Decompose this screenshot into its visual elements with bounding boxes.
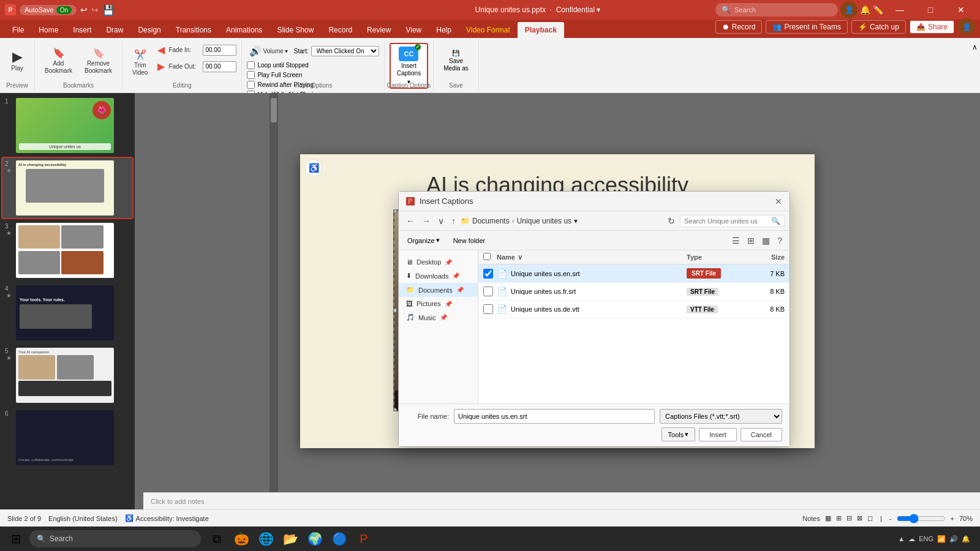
new-folder-btn[interactable]: New folder: [448, 236, 491, 246]
start-btn[interactable]: ⊞: [5, 528, 27, 550]
fade-in-input[interactable]: [203, 45, 236, 56]
handle-bl[interactable]: [393, 408, 397, 411]
remove-bookmark-btn[interactable]: 🔖 RemoveBookmark: [80, 45, 117, 77]
view-normal-icon[interactable]: ▦: [825, 514, 831, 522]
details-view-btn[interactable]: ▦: [760, 234, 772, 247]
save-media-btn[interactable]: 💾 SaveMedia as: [439, 47, 473, 75]
close-btn[interactable]: ✕: [947, 0, 975, 20]
trim-video-btn[interactable]: ✂️ TrimVideo: [127, 47, 153, 79]
filename-input[interactable]: [454, 409, 655, 424]
search-box-title[interactable]: 🔍 Search: [715, 3, 838, 17]
share-btn[interactable]: 📤 Share: [910, 20, 954, 34]
autosave-state[interactable]: On: [56, 6, 72, 14]
filetype-select[interactable]: Captions Files (*.vtt;*.srt) All Files (…: [660, 409, 782, 424]
tab-record[interactable]: Record: [321, 22, 360, 38]
taskbar-icon-edge[interactable]: 🔵: [328, 528, 350, 550]
view-reading-icon[interactable]: ⊠: [857, 514, 862, 522]
add-bookmark-btn[interactable]: 🔖 AddBookmark: [40, 45, 77, 77]
taskbar-icon-browser3[interactable]: 🌍: [304, 528, 326, 550]
network-icon[interactable]: ▲: [898, 535, 905, 542]
breadcrumb-dropdown-icon[interactable]: ▾: [574, 217, 578, 225]
list-view-btn[interactable]: ☰: [729, 234, 742, 247]
tab-review[interactable]: Review: [360, 22, 398, 38]
sidebar-pictures[interactable]: 🖼 Pictures 📌: [399, 297, 478, 310]
slide-thumb-1[interactable]: 1 Unique unites us 🌺: [2, 96, 132, 156]
slide-thumb-6[interactable]: 6 Create, collaborate, communicate: [2, 408, 132, 468]
tab-draw[interactable]: Draw: [99, 22, 130, 38]
file-checkbox-1[interactable]: [483, 269, 493, 279]
zoom-slider[interactable]: [897, 514, 946, 523]
dialog-search-box[interactable]: 🔍: [680, 215, 785, 227]
taskbar-icon-files[interactable]: 📂: [279, 528, 301, 550]
taskbar-icon-browser2[interactable]: 🌐: [255, 528, 277, 550]
slide-thumb-5[interactable]: 5 ★ Your AI companion: [2, 345, 132, 405]
confidential-dropdown[interactable]: ▾: [597, 6, 600, 14]
zoom-out-btn[interactable]: -: [889, 515, 892, 522]
file-checkbox-2[interactable]: [483, 287, 493, 296]
taskbar-search[interactable]: 🔍 Search: [29, 530, 201, 547]
minimize-btn[interactable]: —: [886, 0, 914, 20]
nav-refresh-btn[interactable]: ↻: [665, 215, 677, 227]
tab-file[interactable]: File: [5, 22, 31, 38]
zoom-in-btn[interactable]: +: [951, 515, 954, 522]
tab-design[interactable]: Design: [130, 22, 168, 38]
dialog-close-btn[interactable]: ✕: [775, 197, 782, 206]
user-avatar-ribbon[interactable]: 👤: [958, 18, 975, 36]
file-row-2[interactable]: 📄 Unique unites us.fr.srt SRT File 8 KB: [478, 283, 790, 301]
wifi-icon[interactable]: 📶: [937, 535, 946, 543]
tab-home[interactable]: Home: [31, 22, 66, 38]
scroll-bar-vertical[interactable]: [270, 93, 278, 492]
scroll-thumb-vertical[interactable]: [271, 98, 277, 122]
present-teams-btn[interactable]: 👥 Present in Teams: [766, 20, 848, 34]
loop-checkbox[interactable]: [247, 61, 255, 69]
sidebar-music[interactable]: 🎵 Music 📌: [399, 310, 478, 324]
autosave-pill[interactable]: AutoSave On: [20, 5, 77, 15]
col-name-sort[interactable]: ∨: [518, 253, 522, 261]
view-outline-icon[interactable]: ⊞: [836, 514, 842, 522]
tab-transitions[interactable]: Transitions: [168, 22, 219, 38]
redo-btn[interactable]: ↪: [91, 5, 99, 15]
tab-playback[interactable]: Playback: [518, 22, 564, 38]
record-action-btn[interactable]: ⏺ Record: [715, 20, 763, 34]
playfull-checkbox[interactable]: [247, 71, 255, 79]
grid-view-btn[interactable]: ⊞: [745, 234, 757, 247]
volume-taskbar-icon[interactable]: 🔊: [949, 535, 958, 543]
nav-back-btn[interactable]: ←: [404, 215, 417, 227]
accessibility-slide-btn[interactable]: ♿: [305, 159, 322, 176]
sidebar-desktop[interactable]: 🖥 Desktop 📌: [399, 255, 478, 269]
notes-bar[interactable]: Click to add notes: [143, 492, 980, 509]
nav-down-btn[interactable]: ∨: [435, 215, 447, 227]
volume-btn[interactable]: 🔊 Volume ▾: [247, 43, 290, 59]
notification-icon[interactable]: 🔔: [860, 5, 870, 15]
play-btn-ribbon[interactable]: ▶ Play: [5, 48, 29, 74]
file-checkbox-3[interactable]: [483, 304, 493, 314]
maximize-btn[interactable]: □: [916, 0, 944, 20]
cancel-btn[interactable]: Cancel: [741, 428, 782, 441]
view-presenter-icon[interactable]: ◻: [867, 514, 873, 522]
view-slide-sorter-icon[interactable]: ⊟: [846, 514, 852, 522]
save-btn[interactable]: 💾: [102, 4, 115, 16]
sidebar-documents[interactable]: 📁 Documents 📌: [399, 283, 478, 297]
tab-insert[interactable]: Insert: [66, 22, 99, 38]
lang-label[interactable]: ENG: [919, 535, 933, 542]
slide-thumb-4[interactable]: 4 ★ Your tools. Your rules.: [2, 283, 132, 343]
taskbar-icon-pumpkin[interactable]: 🎃: [230, 528, 252, 550]
dialog-search-input[interactable]: [684, 217, 769, 225]
tab-slideshow[interactable]: Slide Show: [270, 22, 321, 38]
file-row-3[interactable]: 📄 Unique unites us.de.vtt VTT File 8 KB: [478, 301, 790, 318]
tab-help[interactable]: Help: [429, 22, 459, 38]
accessibility-status[interactable]: ♿ Accessibility: Investigate: [125, 514, 209, 522]
nav-up-btn[interactable]: ↑: [449, 215, 458, 227]
tools-btn[interactable]: Tools ▾: [662, 427, 696, 441]
tab-view[interactable]: View: [398, 22, 429, 38]
select-all-checkbox[interactable]: [483, 253, 491, 260]
organize-btn[interactable]: Organize ▾: [404, 235, 443, 246]
help-view-btn[interactable]: ?: [775, 234, 785, 247]
taskview-btn[interactable]: ⧉: [206, 528, 228, 550]
slide-thumb-2[interactable]: 2 ★ AI is changing accessibility: [2, 158, 132, 218]
file-row-1[interactable]: 📄 Unique unites us.en.srt SRT File 7 KB: [478, 264, 790, 283]
start-select[interactable]: When Clicked On Automatically In Click S…: [311, 46, 379, 56]
taskbar-icon-ppt[interactable]: P: [353, 528, 375, 550]
onedrive-icon[interactable]: ☁: [908, 535, 915, 543]
catchup-btn[interactable]: ⚡ Catch up: [851, 20, 906, 34]
